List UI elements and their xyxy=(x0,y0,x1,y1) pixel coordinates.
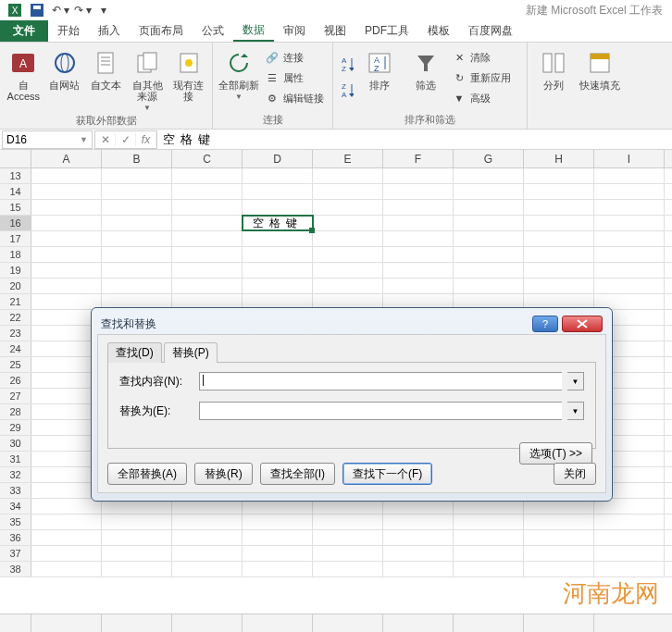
col-head[interactable]: D xyxy=(243,150,313,167)
row-head[interactable]: 30 xyxy=(0,436,31,451)
cell[interactable] xyxy=(524,263,594,278)
cell[interactable] xyxy=(102,530,172,545)
cell[interactable] xyxy=(594,184,665,199)
help-button[interactable]: ? xyxy=(532,316,558,332)
sheet-tab-bar[interactable] xyxy=(0,613,672,632)
cell[interactable] xyxy=(243,184,313,199)
cell[interactable] xyxy=(313,168,383,183)
from-other-button[interactable]: 自其他来源 ▼ xyxy=(128,44,168,112)
col-head[interactable]: F xyxy=(383,150,454,167)
cell[interactable] xyxy=(31,499,102,514)
replace-all-button[interactable]: 全部替换(A) xyxy=(107,463,187,485)
cell[interactable] xyxy=(243,200,313,215)
cell[interactable] xyxy=(454,168,524,183)
save-button[interactable] xyxy=(26,1,48,19)
cell[interactable] xyxy=(454,184,524,199)
cell[interactable] xyxy=(383,530,454,545)
close-dialog-button[interactable]: 关闭 xyxy=(554,463,596,485)
refresh-all-button[interactable]: 全部刷新 ▼ xyxy=(217,44,261,101)
cell[interactable] xyxy=(31,247,102,262)
cell[interactable] xyxy=(31,562,102,576)
row-head[interactable]: 37 xyxy=(0,546,31,561)
col-head[interactable]: C xyxy=(172,150,243,167)
cell[interactable] xyxy=(243,514,313,529)
cell[interactable] xyxy=(313,546,383,561)
edit-links-button[interactable]: ⚙编辑链接 xyxy=(263,89,326,107)
cell[interactable] xyxy=(102,263,172,278)
cell[interactable] xyxy=(383,263,454,278)
row-head[interactable]: 31 xyxy=(0,452,31,466)
cell[interactable] xyxy=(172,546,243,561)
cell[interactable] xyxy=(524,514,594,529)
advanced-button[interactable]: ▼高级 xyxy=(450,89,513,107)
find-next-button[interactable]: 查找下一个(F) xyxy=(342,463,432,485)
cell[interactable] xyxy=(524,546,594,561)
cell[interactable] xyxy=(313,200,383,215)
fx-icon[interactable]: fx xyxy=(136,133,156,146)
row-head[interactable]: 32 xyxy=(0,467,31,482)
cell[interactable] xyxy=(454,279,524,293)
col-head[interactable]: B xyxy=(102,150,172,167)
cell[interactable] xyxy=(454,562,524,576)
row-head[interactable]: 24 xyxy=(0,341,31,356)
cell[interactable] xyxy=(102,279,172,293)
cell[interactable] xyxy=(172,247,243,262)
filter-button[interactable]: 筛选 xyxy=(404,44,448,91)
row-head[interactable]: 23 xyxy=(0,326,31,341)
row-head[interactable]: 25 xyxy=(0,357,31,372)
qat-customize[interactable]: ▾ xyxy=(93,1,115,19)
cell[interactable] xyxy=(454,546,524,561)
cell[interactable] xyxy=(243,247,313,262)
cell[interactable] xyxy=(243,562,313,576)
cell[interactable] xyxy=(383,562,454,576)
cell[interactable] xyxy=(383,279,454,293)
cell[interactable] xyxy=(594,514,665,529)
cell[interactable] xyxy=(594,216,665,230)
from-web-button[interactable]: 自网站 xyxy=(45,44,85,91)
cell[interactable] xyxy=(31,279,102,293)
cell[interactable] xyxy=(102,216,172,230)
cell[interactable] xyxy=(172,184,243,199)
row-head[interactable]: 27 xyxy=(0,389,31,403)
cell[interactable] xyxy=(313,279,383,293)
cell[interactable] xyxy=(31,216,102,230)
cell[interactable] xyxy=(31,530,102,545)
cell[interactable] xyxy=(31,294,102,309)
tab-baidu[interactable]: 百度网盘 xyxy=(459,20,522,42)
tab-pdf[interactable]: PDF工具 xyxy=(355,20,418,42)
cell[interactable] xyxy=(594,231,665,246)
name-box[interactable]: D16▼ xyxy=(2,130,93,149)
cell[interactable] xyxy=(594,200,665,215)
row-head[interactable]: 21 xyxy=(0,294,31,309)
cell[interactable] xyxy=(243,530,313,545)
row-head[interactable]: 33 xyxy=(0,483,31,498)
cell[interactable] xyxy=(102,184,172,199)
sort-asc-button[interactable]: AZ xyxy=(337,52,355,76)
cell[interactable] xyxy=(313,216,383,230)
cell[interactable] xyxy=(102,546,172,561)
find-input[interactable]: | xyxy=(199,372,562,390)
tab-pagelayout[interactable]: 页面布局 xyxy=(130,20,193,42)
cell[interactable] xyxy=(243,168,313,183)
row-head[interactable]: 16 xyxy=(0,216,31,230)
replace-dropdown[interactable]: ▼ xyxy=(567,402,584,420)
tab-template[interactable]: 模板 xyxy=(418,20,459,42)
find-dropdown[interactable]: ▼ xyxy=(567,372,584,390)
cell[interactable] xyxy=(594,168,665,183)
cell[interactable] xyxy=(454,247,524,262)
cell[interactable] xyxy=(243,231,313,246)
tab-formulas[interactable]: 公式 xyxy=(193,20,233,42)
cell[interactable] xyxy=(313,514,383,529)
cell[interactable] xyxy=(313,184,383,199)
cell[interactable] xyxy=(31,263,102,278)
cell[interactable] xyxy=(454,514,524,529)
cell[interactable] xyxy=(454,530,524,545)
cell[interactable] xyxy=(172,562,243,576)
dialog-titlebar[interactable]: 查找和替换 ? xyxy=(97,314,606,334)
row-head[interactable]: 18 xyxy=(0,247,31,262)
cell[interactable] xyxy=(31,184,102,199)
cell[interactable] xyxy=(172,216,243,230)
row-head[interactable]: 26 xyxy=(0,373,31,388)
tab-find[interactable]: 查找(D) xyxy=(107,342,162,363)
cell[interactable] xyxy=(524,216,594,230)
